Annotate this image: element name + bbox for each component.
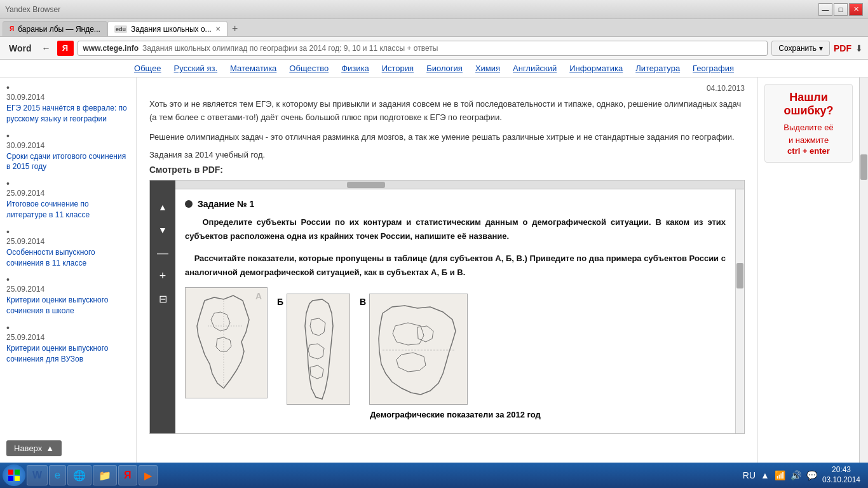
wifi-icon: 📶 — [775, 470, 785, 480]
svg-rect-3 — [287, 294, 350, 405]
nav-item-5[interactable]: История — [382, 64, 414, 73]
error-desc1: Выделите её — [771, 121, 846, 134]
article-second: Решение олимпиадных задач - это отличная… — [149, 131, 745, 144]
sidebar-item-3: 25.09.2014 Особенности выпускного сочине… — [6, 227, 130, 269]
taskbar-tray: RU ▲ 📶 🔊 💬 20:43 03.10.2014 — [738, 465, 865, 485]
url-path: Задания школьных олимпиад по географии з… — [142, 44, 438, 53]
network-icon: 🌐 — [73, 470, 86, 482]
scrollbar-thumb — [736, 263, 743, 288]
taskbar-media[interactable]: ▶ — [139, 465, 158, 485]
map-box-v — [369, 294, 468, 405]
page-scrollbar[interactable] — [859, 78, 868, 463]
svg-rect-0 — [186, 288, 268, 398]
map-label-b: Б — [277, 297, 283, 307]
taskbar-ie[interactable]: e — [49, 465, 66, 485]
error-desc2: и нажмите — [771, 134, 846, 147]
sidebar-item-1: 30.09.2014 Сроки сдачи итогового сочинен… — [6, 131, 130, 173]
notification-icon: 💬 — [806, 470, 817, 480]
title-bar-left: Yandex Browser — [5, 5, 60, 14]
taskbar-yandex[interactable]: Я — [118, 465, 137, 485]
page-scrollbar-thumb — [860, 154, 867, 180]
nav-item-7[interactable]: Химия — [475, 64, 500, 73]
nav-item-9[interactable]: Информатика — [569, 64, 623, 73]
media-icon: ▶ — [144, 470, 152, 482]
tab-edu[interactable]: edu Задания школьных о... ✕ — [107, 21, 227, 36]
word-taskbar-icon: W — [32, 470, 42, 481]
download-icon[interactable]: ⬇ — [855, 43, 863, 53]
error-title: Нашли ошибку? — [771, 91, 846, 118]
yandex-icon: Я — [124, 470, 132, 481]
sidebar-item-5: 25.09.2014 Критерии оценки выпускного со… — [6, 323, 130, 365]
explorer-icon: 📁 — [98, 470, 111, 482]
nav-item-4[interactable]: Физика — [341, 64, 369, 73]
close-button[interactable]: ✕ — [849, 3, 863, 16]
pdf-nav-prev[interactable]: ▲ — [154, 198, 172, 216]
url-domain: www.ctege.info — [83, 44, 139, 53]
article-intro: Хоть это и не является тем ЕГЭ, к которо… — [149, 98, 745, 125]
nav-item-8[interactable]: Английский — [513, 64, 557, 73]
nav-menu: Общее Русский яз. Математика Общество Фи… — [0, 60, 868, 78]
back-to-top-button[interactable]: Наверх ▲ — [6, 440, 62, 456]
taskbar-network[interactable]: 🌐 — [67, 465, 92, 485]
back-button[interactable]: ← — [39, 41, 53, 55]
taskbar-explorer[interactable]: 📁 — [93, 465, 117, 485]
browser-title: Yandex Browser — [5, 5, 60, 14]
nav-item-2[interactable]: Математика — [230, 64, 276, 73]
pdf-scrollbar[interactable] — [735, 189, 744, 433]
article-year: Задания за 2014 учебный год. — [149, 150, 745, 159]
nav-item-6[interactable]: Биология — [426, 64, 463, 73]
chart-caption: Демографические показатели за 2012 год — [185, 410, 726, 419]
pdf-zoom-in[interactable]: + — [154, 267, 172, 285]
sidebar-link-1[interactable]: Сроки сдачи итогового сочинения в 2015 г… — [6, 151, 130, 173]
signal-icon: ▲ — [761, 470, 770, 480]
pdf-pages-icon[interactable]: ⊟ — [154, 290, 172, 308]
title-bar: Yandex Browser — □ ✕ — [0, 0, 868, 19]
maximize-button[interactable]: □ — [834, 3, 848, 16]
maps-row: А — [185, 287, 726, 405]
sidebar-item-2: 25.09.2014 Итоговое сочинение по литерат… — [6, 179, 130, 220]
sidebar-link-3[interactable]: Особенности выпускного сочинения в 11 кл… — [6, 247, 130, 269]
sidebar-link-0[interactable]: ЕГЭ 2015 начнётся в феврале: по русскому… — [6, 103, 130, 125]
map-item-a: А — [185, 287, 268, 398]
url-bar[interactable]: www.ctege.info Задания школьных олимпиад… — [78, 41, 768, 56]
nav-item-3[interactable]: Общество — [289, 64, 329, 73]
window-controls: — □ ✕ — [818, 3, 863, 16]
article[interactable]: 04.10.2013 Хоть это и не является тем ЕГ… — [137, 78, 757, 463]
svg-rect-6 — [8, 470, 13, 475]
pdf-zoom-out[interactable]: — — [154, 244, 172, 262]
save-label: Сохранить — [778, 44, 817, 53]
map-label-v: В — [360, 297, 366, 307]
sidebar-item-4: 25.09.2014 Критерии оценки выпускного со… — [6, 274, 130, 316]
yandex-search-button[interactable]: Я — [57, 41, 74, 56]
svg-rect-4 — [370, 294, 468, 405]
map-b-container: Б — [277, 294, 350, 405]
word-label[interactable]: Word — [5, 42, 36, 55]
volume-icon: 🔊 — [790, 470, 801, 480]
sidebar-link-4[interactable]: Критерии оценки выпускного сочинения в ш… — [6, 295, 130, 316]
sidebar-item-0: 30.09.2014 ЕГЭ 2015 начнётся в феврале: … — [6, 83, 130, 125]
error-shortcut: ctrl + enter — [771, 146, 846, 156]
tab-yandex[interactable]: Я бараньи лбы — Янде... — [3, 21, 107, 36]
sidebar-date-5: 25.09.2014 — [6, 333, 130, 342]
nav-item-10[interactable]: Литература — [635, 64, 680, 73]
ie-icon: e — [55, 470, 60, 481]
pdf-container[interactable]: ▲ ▼ — + ⊟ Задание № 1 Определите субъект… — [149, 180, 745, 434]
minimize-button[interactable]: — — [818, 3, 832, 16]
tray-time: 20:43 03.10.2014 — [822, 465, 860, 485]
pdf-nav-next[interactable]: ▼ — [154, 221, 172, 239]
lang-indicator[interactable]: RU — [743, 470, 756, 480]
start-button[interactable] — [3, 464, 25, 486]
new-tab-button[interactable]: + — [227, 21, 243, 36]
sidebar-link-5[interactable]: Критерии оценки выпускного сочинения для… — [6, 343, 130, 365]
nav-item-1[interactable]: Русский яз. — [174, 64, 217, 73]
task-title: Задание № 1 — [185, 199, 726, 209]
sidebar-link-2[interactable]: Итоговое сочинение по литературе в 11 кл… — [6, 199, 130, 220]
save-button[interactable]: Сохранить ▾ — [771, 41, 830, 56]
taskbar-word[interactable]: W — [27, 465, 48, 485]
pdf-icon[interactable]: PDF — [834, 43, 851, 53]
pdf-content: Задание № 1 Определите субъекты России п… — [175, 189, 735, 433]
right-panel: Нашли ошибку? Выделите её и нажмите ctrl… — [757, 78, 859, 463]
tab-close-icon[interactable]: ✕ — [215, 25, 220, 32]
nav-item-11[interactable]: География — [693, 64, 734, 73]
nav-item-0[interactable]: Общее — [134, 64, 161, 73]
